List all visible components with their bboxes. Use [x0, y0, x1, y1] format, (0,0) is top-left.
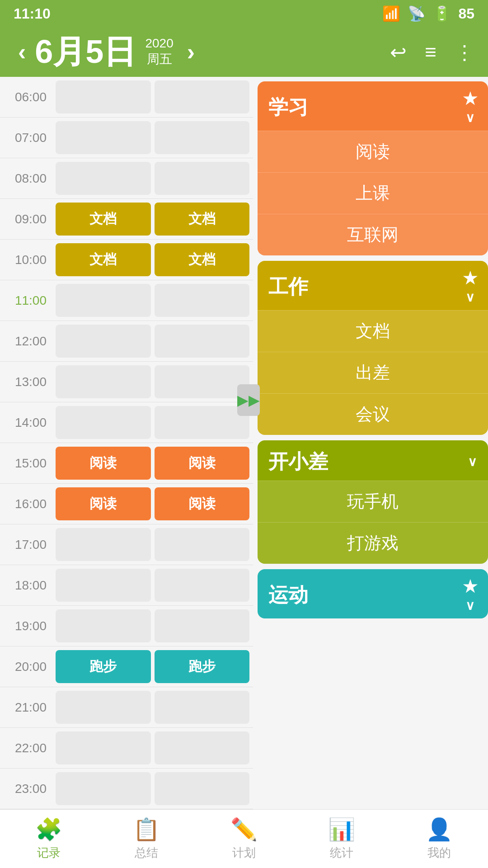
time-label: 06:00 — [0, 77, 52, 117]
star-icon[interactable]: ★ — [463, 577, 477, 596]
star-icon[interactable]: ★ — [463, 269, 477, 288]
time-cell[interactable]: 阅读 — [155, 447, 250, 480]
nav-icon-stats: 📊 — [328, 817, 355, 842]
category-card-work[interactable]: 工作★∨文档出差会议 — [258, 261, 488, 435]
time-cell[interactable]: 阅读 — [56, 487, 151, 520]
time-row: 19:00 — [0, 606, 253, 646]
time-label: 18:00 — [0, 565, 52, 605]
time-cell[interactable]: 文档 — [155, 203, 250, 236]
category-item[interactable]: 出差 — [258, 352, 488, 393]
schedule-area: 06:0007:0008:0009:00文档文档10:00文档文档11:0012… — [0, 77, 253, 850]
forward-arrow-button[interactable]: ▶▶ — [237, 384, 260, 416]
time-cols — [52, 402, 253, 443]
chevron-down-icon[interactable]: ∨ — [465, 110, 475, 125]
time-cell[interactable] — [155, 569, 250, 602]
prev-date-button[interactable]: ‹ — [14, 38, 30, 66]
time-cell[interactable] — [56, 121, 151, 154]
time-row: 16:00阅读阅读 — [0, 484, 253, 524]
category-item[interactable]: 上课 — [258, 172, 488, 214]
time-cell[interactable] — [56, 80, 151, 113]
time-cell[interactable] — [155, 284, 250, 317]
star-icon[interactable]: ★ — [463, 90, 477, 108]
more-button[interactable]: ⋮ — [455, 41, 474, 64]
time-row: 23:00 — [0, 769, 253, 809]
time-cell[interactable]: 文档 — [155, 243, 250, 276]
time-cell[interactable]: 跑步 — [155, 650, 250, 683]
nav-icon-mine: 👤 — [426, 817, 453, 842]
category-card-slack[interactable]: 开小差∨玩手机打游戏 — [258, 440, 488, 564]
date-nav: ‹ 6月5日 2020 周五 › — [14, 30, 199, 74]
time-cell[interactable] — [155, 406, 250, 439]
menu-button[interactable]: ≡ — [425, 41, 436, 63]
time-label: 22:00 — [0, 728, 52, 768]
chevron-down-icon[interactable]: ∨ — [468, 454, 477, 469]
time-cell[interactable]: 跑步 — [56, 650, 151, 683]
time-cell[interactable] — [56, 365, 151, 398]
time-row: 10:00文档文档 — [0, 240, 253, 280]
time-cell[interactable] — [56, 691, 151, 724]
time-cell[interactable] — [155, 772, 250, 805]
time-cols — [52, 280, 253, 321]
undo-button[interactable]: ↩ — [390, 41, 407, 64]
time-cols — [52, 362, 253, 402]
time-row: 09:00文档文档 — [0, 199, 253, 240]
time-cell[interactable] — [155, 121, 250, 154]
nav-icon-record: 🧩 — [35, 817, 62, 842]
time-cols: 跑步跑步 — [52, 646, 253, 687]
category-item[interactable]: 玩手机 — [258, 481, 488, 522]
time-cell[interactable]: 文档 — [56, 243, 151, 276]
time-cell[interactable] — [56, 731, 151, 764]
nav-item-summary[interactable]: 📋总结 — [133, 817, 160, 861]
category-card-study[interactable]: 学习★∨阅读上课互联网 — [258, 81, 488, 255]
time-label: 13:00 — [0, 362, 52, 402]
time-cell[interactable] — [155, 731, 250, 764]
time-cell[interactable] — [56, 528, 151, 561]
time-label: 15:00 — [0, 443, 52, 483]
category-item[interactable]: 阅读 — [258, 131, 488, 172]
nav-item-record[interactable]: 🧩记录 — [35, 817, 62, 861]
time-label: 12:00 — [0, 321, 52, 361]
time-cell[interactable] — [155, 691, 250, 724]
category-item[interactable]: 互联网 — [258, 214, 488, 255]
time-cell[interactable] — [155, 609, 250, 642]
category-panel: 学习★∨阅读上课互联网工作★∨文档出差会议开小差∨玩手机打游戏运动★∨ — [253, 77, 488, 850]
time-cell[interactable] — [56, 162, 151, 195]
chevron-down-icon[interactable]: ∨ — [465, 290, 475, 305]
nav-item-plan[interactable]: ✏️计划 — [230, 817, 258, 861]
time-cell[interactable] — [56, 569, 151, 602]
status-bar: 11:10 📶 📡 🔋 85 — [0, 0, 488, 27]
time-label: 16:00 — [0, 484, 52, 524]
next-date-button[interactable]: › — [183, 38, 199, 66]
time-row: 13:00 — [0, 362, 253, 402]
category-item[interactable]: 会议 — [258, 393, 488, 435]
time-cell[interactable] — [155, 528, 250, 561]
category-card-exercise[interactable]: 运动★∨ — [258, 569, 488, 618]
time-cell[interactable] — [56, 406, 151, 439]
category-name: 工作 — [268, 274, 308, 300]
time-cell[interactable] — [155, 365, 250, 398]
time-label: 08:00 — [0, 158, 52, 198]
time-cell[interactable] — [155, 162, 250, 195]
category-item[interactable]: 文档 — [258, 310, 488, 352]
nav-item-stats[interactable]: 📊统计 — [328, 817, 355, 861]
time-row: 22:00 — [0, 728, 253, 769]
nav-label-stats: 统计 — [330, 845, 353, 861]
time-cell[interactable] — [155, 80, 250, 113]
time-cell[interactable] — [155, 325, 250, 358]
time-cell[interactable]: 文档 — [56, 203, 151, 236]
category-item[interactable]: 打游戏 — [258, 522, 488, 564]
time-cell[interactable] — [56, 284, 151, 317]
time-cell[interactable] — [56, 325, 151, 358]
category-items: 文档出差会议 — [258, 310, 488, 435]
chevron-down-icon[interactable]: ∨ — [465, 598, 475, 613]
current-date: 6月5日 — [35, 30, 136, 74]
nav-item-mine[interactable]: 👤我的 — [426, 817, 453, 861]
time-cell[interactable] — [56, 609, 151, 642]
time-cell[interactable]: 阅读 — [56, 447, 151, 480]
time-cell[interactable] — [56, 772, 151, 805]
time-cols — [52, 687, 253, 727]
time-row: 11:00 — [0, 280, 253, 321]
time-cols: 文档文档 — [52, 199, 253, 239]
time-cell[interactable]: 阅读 — [155, 487, 250, 520]
category-name: 学习 — [268, 94, 308, 121]
